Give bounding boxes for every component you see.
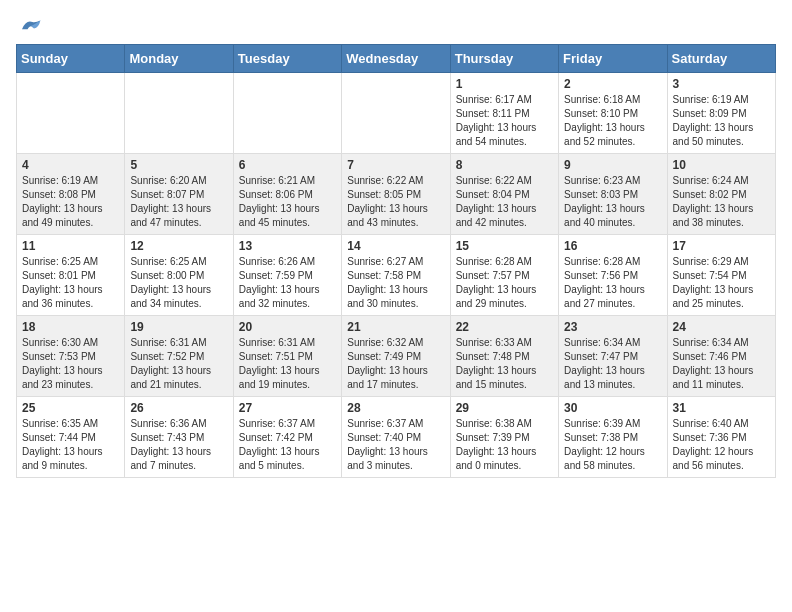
- day-number: 8: [456, 158, 553, 172]
- day-info: Sunrise: 6:39 AM Sunset: 7:38 PM Dayligh…: [564, 417, 661, 473]
- weekday-header-monday: Monday: [125, 45, 233, 73]
- day-info: Sunrise: 6:29 AM Sunset: 7:54 PM Dayligh…: [673, 255, 770, 311]
- calendar-cell: 18Sunrise: 6:30 AM Sunset: 7:53 PM Dayli…: [17, 316, 125, 397]
- calendar-cell: 10Sunrise: 6:24 AM Sunset: 8:02 PM Dayli…: [667, 154, 775, 235]
- calendar-cell: 6Sunrise: 6:21 AM Sunset: 8:06 PM Daylig…: [233, 154, 341, 235]
- day-number: 27: [239, 401, 336, 415]
- day-info: Sunrise: 6:22 AM Sunset: 8:05 PM Dayligh…: [347, 174, 444, 230]
- day-number: 20: [239, 320, 336, 334]
- day-number: 16: [564, 239, 661, 253]
- day-info: Sunrise: 6:23 AM Sunset: 8:03 PM Dayligh…: [564, 174, 661, 230]
- day-info: Sunrise: 6:37 AM Sunset: 7:42 PM Dayligh…: [239, 417, 336, 473]
- calendar-cell: 12Sunrise: 6:25 AM Sunset: 8:00 PM Dayli…: [125, 235, 233, 316]
- day-info: Sunrise: 6:37 AM Sunset: 7:40 PM Dayligh…: [347, 417, 444, 473]
- day-number: 30: [564, 401, 661, 415]
- calendar-cell: 27Sunrise: 6:37 AM Sunset: 7:42 PM Dayli…: [233, 397, 341, 478]
- day-info: Sunrise: 6:36 AM Sunset: 7:43 PM Dayligh…: [130, 417, 227, 473]
- weekday-header-row: SundayMondayTuesdayWednesdayThursdayFrid…: [17, 45, 776, 73]
- day-number: 17: [673, 239, 770, 253]
- day-info: Sunrise: 6:30 AM Sunset: 7:53 PM Dayligh…: [22, 336, 119, 392]
- day-info: Sunrise: 6:21 AM Sunset: 8:06 PM Dayligh…: [239, 174, 336, 230]
- day-number: 7: [347, 158, 444, 172]
- calendar-week-row: 18Sunrise: 6:30 AM Sunset: 7:53 PM Dayli…: [17, 316, 776, 397]
- day-info: Sunrise: 6:24 AM Sunset: 8:02 PM Dayligh…: [673, 174, 770, 230]
- day-number: 9: [564, 158, 661, 172]
- page-header: [16, 16, 776, 32]
- calendar-cell: 13Sunrise: 6:26 AM Sunset: 7:59 PM Dayli…: [233, 235, 341, 316]
- weekday-header-wednesday: Wednesday: [342, 45, 450, 73]
- day-info: Sunrise: 6:22 AM Sunset: 8:04 PM Dayligh…: [456, 174, 553, 230]
- calendar-cell: 2Sunrise: 6:18 AM Sunset: 8:10 PM Daylig…: [559, 73, 667, 154]
- calendar-cell: 17Sunrise: 6:29 AM Sunset: 7:54 PM Dayli…: [667, 235, 775, 316]
- day-number: 22: [456, 320, 553, 334]
- day-number: 4: [22, 158, 119, 172]
- calendar-cell: 16Sunrise: 6:28 AM Sunset: 7:56 PM Dayli…: [559, 235, 667, 316]
- day-info: Sunrise: 6:34 AM Sunset: 7:46 PM Dayligh…: [673, 336, 770, 392]
- weekday-header-thursday: Thursday: [450, 45, 558, 73]
- day-number: 2: [564, 77, 661, 91]
- day-info: Sunrise: 6:17 AM Sunset: 8:11 PM Dayligh…: [456, 93, 553, 149]
- weekday-header-friday: Friday: [559, 45, 667, 73]
- day-number: 5: [130, 158, 227, 172]
- day-info: Sunrise: 6:34 AM Sunset: 7:47 PM Dayligh…: [564, 336, 661, 392]
- calendar-cell: 23Sunrise: 6:34 AM Sunset: 7:47 PM Dayli…: [559, 316, 667, 397]
- day-number: 10: [673, 158, 770, 172]
- day-info: Sunrise: 6:25 AM Sunset: 8:00 PM Dayligh…: [130, 255, 227, 311]
- day-info: Sunrise: 6:38 AM Sunset: 7:39 PM Dayligh…: [456, 417, 553, 473]
- day-info: Sunrise: 6:31 AM Sunset: 7:51 PM Dayligh…: [239, 336, 336, 392]
- calendar-cell: 11Sunrise: 6:25 AM Sunset: 8:01 PM Dayli…: [17, 235, 125, 316]
- calendar-cell: 26Sunrise: 6:36 AM Sunset: 7:43 PM Dayli…: [125, 397, 233, 478]
- calendar-cell: 22Sunrise: 6:33 AM Sunset: 7:48 PM Dayli…: [450, 316, 558, 397]
- day-number: 11: [22, 239, 119, 253]
- calendar-cell: 3Sunrise: 6:19 AM Sunset: 8:09 PM Daylig…: [667, 73, 775, 154]
- calendar-cell: 7Sunrise: 6:22 AM Sunset: 8:05 PM Daylig…: [342, 154, 450, 235]
- day-number: 1: [456, 77, 553, 91]
- calendar-cell: 5Sunrise: 6:20 AM Sunset: 8:07 PM Daylig…: [125, 154, 233, 235]
- calendar-week-row: 1Sunrise: 6:17 AM Sunset: 8:11 PM Daylig…: [17, 73, 776, 154]
- day-info: Sunrise: 6:18 AM Sunset: 8:10 PM Dayligh…: [564, 93, 661, 149]
- calendar-table: SundayMondayTuesdayWednesdayThursdayFrid…: [16, 44, 776, 478]
- calendar-cell: 14Sunrise: 6:27 AM Sunset: 7:58 PM Dayli…: [342, 235, 450, 316]
- day-info: Sunrise: 6:20 AM Sunset: 8:07 PM Dayligh…: [130, 174, 227, 230]
- calendar-cell: 4Sunrise: 6:19 AM Sunset: 8:08 PM Daylig…: [17, 154, 125, 235]
- day-number: 3: [673, 77, 770, 91]
- day-info: Sunrise: 6:26 AM Sunset: 7:59 PM Dayligh…: [239, 255, 336, 311]
- day-number: 26: [130, 401, 227, 415]
- day-info: Sunrise: 6:40 AM Sunset: 7:36 PM Dayligh…: [673, 417, 770, 473]
- calendar-week-row: 25Sunrise: 6:35 AM Sunset: 7:44 PM Dayli…: [17, 397, 776, 478]
- day-info: Sunrise: 6:31 AM Sunset: 7:52 PM Dayligh…: [130, 336, 227, 392]
- calendar-week-row: 4Sunrise: 6:19 AM Sunset: 8:08 PM Daylig…: [17, 154, 776, 235]
- day-number: 28: [347, 401, 444, 415]
- calendar-cell: 31Sunrise: 6:40 AM Sunset: 7:36 PM Dayli…: [667, 397, 775, 478]
- calendar-cell: 15Sunrise: 6:28 AM Sunset: 7:57 PM Dayli…: [450, 235, 558, 316]
- calendar-cell: 1Sunrise: 6:17 AM Sunset: 8:11 PM Daylig…: [450, 73, 558, 154]
- calendar-cell: 19Sunrise: 6:31 AM Sunset: 7:52 PM Dayli…: [125, 316, 233, 397]
- day-number: 19: [130, 320, 227, 334]
- day-number: 21: [347, 320, 444, 334]
- day-number: 29: [456, 401, 553, 415]
- day-number: 13: [239, 239, 336, 253]
- day-number: 14: [347, 239, 444, 253]
- day-info: Sunrise: 6:27 AM Sunset: 7:58 PM Dayligh…: [347, 255, 444, 311]
- calendar-cell: 30Sunrise: 6:39 AM Sunset: 7:38 PM Dayli…: [559, 397, 667, 478]
- day-number: 31: [673, 401, 770, 415]
- calendar-cell: 8Sunrise: 6:22 AM Sunset: 8:04 PM Daylig…: [450, 154, 558, 235]
- day-number: 25: [22, 401, 119, 415]
- day-info: Sunrise: 6:33 AM Sunset: 7:48 PM Dayligh…: [456, 336, 553, 392]
- logo: [16, 16, 42, 32]
- day-info: Sunrise: 6:19 AM Sunset: 8:08 PM Dayligh…: [22, 174, 119, 230]
- day-number: 24: [673, 320, 770, 334]
- day-number: 23: [564, 320, 661, 334]
- logo-bird-icon: [18, 16, 42, 36]
- day-number: 6: [239, 158, 336, 172]
- calendar-week-row: 11Sunrise: 6:25 AM Sunset: 8:01 PM Dayli…: [17, 235, 776, 316]
- calendar-cell: 24Sunrise: 6:34 AM Sunset: 7:46 PM Dayli…: [667, 316, 775, 397]
- day-info: Sunrise: 6:25 AM Sunset: 8:01 PM Dayligh…: [22, 255, 119, 311]
- calendar-cell: 9Sunrise: 6:23 AM Sunset: 8:03 PM Daylig…: [559, 154, 667, 235]
- calendar-cell: [233, 73, 341, 154]
- calendar-cell: 28Sunrise: 6:37 AM Sunset: 7:40 PM Dayli…: [342, 397, 450, 478]
- day-number: 12: [130, 239, 227, 253]
- calendar-cell: [125, 73, 233, 154]
- day-number: 15: [456, 239, 553, 253]
- calendar-cell: 25Sunrise: 6:35 AM Sunset: 7:44 PM Dayli…: [17, 397, 125, 478]
